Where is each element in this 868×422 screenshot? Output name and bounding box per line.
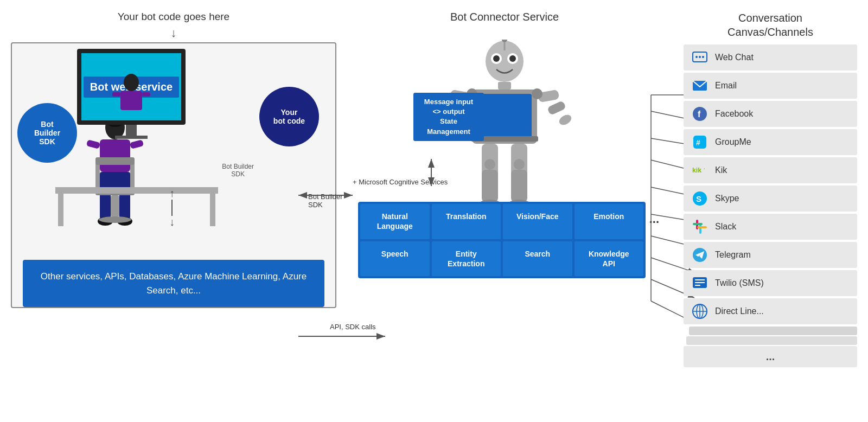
cell-speech: Speech bbox=[360, 241, 430, 276]
svg-text:#: # bbox=[696, 138, 700, 147]
arrow-down-icon: ↓ bbox=[11, 26, 336, 40]
svg-rect-10 bbox=[100, 193, 111, 220]
api-sdk-calls-label: API, SDK calls bbox=[330, 323, 376, 331]
channel-email: Email bbox=[684, 73, 857, 99]
laptop-screen-text: Message input<> outputState Management bbox=[413, 93, 484, 141]
groupme-icon: # bbox=[691, 133, 709, 151]
svg-point-0 bbox=[124, 74, 139, 91]
directline-icon bbox=[691, 303, 709, 320]
sdk-label: BotBuilderSDK bbox=[34, 120, 60, 146]
svg-rect-48 bbox=[511, 170, 527, 202]
bot-builder-sdk-internal-label: Bot BuilderSDK bbox=[222, 163, 254, 178]
telegram-icon bbox=[691, 246, 709, 264]
desk-leg-right bbox=[210, 194, 215, 226]
svg-rect-47 bbox=[482, 170, 498, 202]
groupme-label: GroupMe bbox=[715, 137, 751, 147]
more-channels-2 bbox=[686, 336, 857, 345]
svg-rect-32 bbox=[498, 82, 511, 89]
channel-directline: Direct Line... bbox=[684, 298, 857, 324]
vertical-arrow-middle bbox=[426, 156, 437, 189]
cell-translation: Translation bbox=[432, 204, 501, 239]
cell-vision-face: Vision/Face bbox=[503, 204, 572, 239]
svg-rect-7 bbox=[86, 139, 100, 149]
services-box: Other services, APIs, Databases, Azure M… bbox=[23, 260, 324, 307]
person-in-monitor-icon bbox=[110, 72, 153, 120]
cell-search: Search bbox=[503, 241, 572, 276]
svg-rect-3 bbox=[142, 92, 150, 97]
channel-twilio: Twilio (SMS) bbox=[684, 270, 857, 296]
cognitive-services-grid: NaturalLanguage Translation Vision/Face … bbox=[358, 202, 646, 278]
svg-point-70 bbox=[702, 56, 704, 58]
email-icon bbox=[691, 77, 709, 94]
channel-web-chat: Web Chat bbox=[684, 44, 857, 71]
cell-knowledge-api: KnowledgeAPI bbox=[575, 241, 644, 276]
more-channels-dots: ... bbox=[766, 350, 775, 363]
svg-point-42 bbox=[532, 88, 542, 99]
robot-area: Message input<> outputState Management +… bbox=[347, 29, 662, 278]
web-chat-icon bbox=[691, 49, 709, 66]
svg-point-68 bbox=[695, 56, 698, 58]
channels-title-text: ConversationCanvas/Channels bbox=[727, 12, 813, 38]
left-section: Your bot code goes here ↓ BotBuilderSDK … bbox=[11, 11, 336, 308]
svg-point-45 bbox=[484, 159, 495, 170]
svg-text:f: f bbox=[698, 110, 701, 119]
channels-title: ConversationCanvas/Channels bbox=[684, 11, 857, 39]
email-label: Email bbox=[715, 81, 737, 91]
svg-rect-8 bbox=[130, 139, 144, 149]
svg-rect-34 bbox=[477, 94, 532, 138]
slack-icon bbox=[691, 218, 709, 235]
left-title: Your bot code goes here bbox=[11, 11, 336, 23]
telegram-label: Telegram bbox=[715, 250, 751, 260]
channel-telegram: Telegram bbox=[684, 242, 857, 268]
svg-point-69 bbox=[699, 56, 701, 58]
message-io-text: Message input<> outputState Management bbox=[424, 98, 473, 136]
more-channels-1: ... bbox=[684, 346, 857, 367]
bot-builder-sdk-circle: BotBuilderSDK bbox=[17, 103, 77, 163]
twilio-label: Twilio (SMS) bbox=[715, 278, 764, 288]
right-section: ConversationCanvas/Channels Web Chat bbox=[684, 11, 857, 369]
svg-point-28 bbox=[493, 55, 500, 62]
desk-surface bbox=[55, 187, 218, 194]
skype-icon: S bbox=[691, 190, 709, 207]
facebook-label: Facebook bbox=[715, 109, 753, 119]
monitor-stand bbox=[126, 125, 137, 136]
svg-point-29 bbox=[509, 55, 516, 62]
diagram-container: Your bot code goes here ↓ BotBuilderSDK … bbox=[0, 0, 868, 422]
kik-label: Kik bbox=[715, 165, 727, 175]
cell-natural-language: NaturalLanguage bbox=[360, 204, 430, 239]
monitor-container: Bot web service bbox=[77, 49, 186, 139]
facebook-icon: f bbox=[691, 105, 709, 123]
channel-groupme: # GroupMe bbox=[684, 129, 857, 155]
svg-text:S: S bbox=[696, 194, 701, 203]
cell-entity-extraction: EntityExtraction bbox=[432, 241, 501, 276]
web-chat-label: Web Chat bbox=[715, 53, 754, 62]
more-channels-3 bbox=[689, 327, 857, 335]
monitor-base bbox=[115, 136, 148, 139]
svg-rect-11 bbox=[119, 193, 130, 220]
svg-point-46 bbox=[514, 159, 525, 170]
channel-skype: S Skype bbox=[684, 186, 857, 212]
botcode-label: Yourbot code bbox=[273, 108, 305, 125]
connector-title: Bot Connector Service bbox=[347, 11, 662, 23]
bot-workspace-box: BotBuilderSDK Bot web service bbox=[11, 42, 336, 308]
desk-leg-left bbox=[58, 194, 63, 226]
svg-rect-1 bbox=[120, 91, 142, 110]
svg-rect-39 bbox=[547, 100, 566, 116]
cell-emotion: Emotion bbox=[575, 204, 644, 239]
slack-label: Slack bbox=[715, 222, 736, 232]
svg-rect-2 bbox=[112, 92, 120, 97]
services-box-text: Other services, APIs, Databases, Azure M… bbox=[41, 271, 307, 296]
channel-facebook: f Facebook bbox=[684, 101, 857, 127]
botcode-circle: Yourbot code bbox=[259, 87, 319, 146]
svg-rect-16 bbox=[95, 157, 135, 165]
twilio-icon bbox=[691, 274, 709, 292]
kik-icon: kik • bbox=[691, 162, 709, 179]
channel-slack: Slack bbox=[684, 214, 857, 240]
directline-label: Direct Line... bbox=[715, 306, 764, 316]
svg-text:kik: kik bbox=[692, 167, 701, 174]
vertical-arrow-left: ↑ ↓ bbox=[169, 187, 175, 228]
more-channels-stack: ... bbox=[684, 327, 857, 367]
monitor-screen: Bot web service bbox=[77, 49, 186, 125]
skype-label: Skype bbox=[715, 194, 739, 203]
svg-rect-18 bbox=[111, 195, 119, 217]
